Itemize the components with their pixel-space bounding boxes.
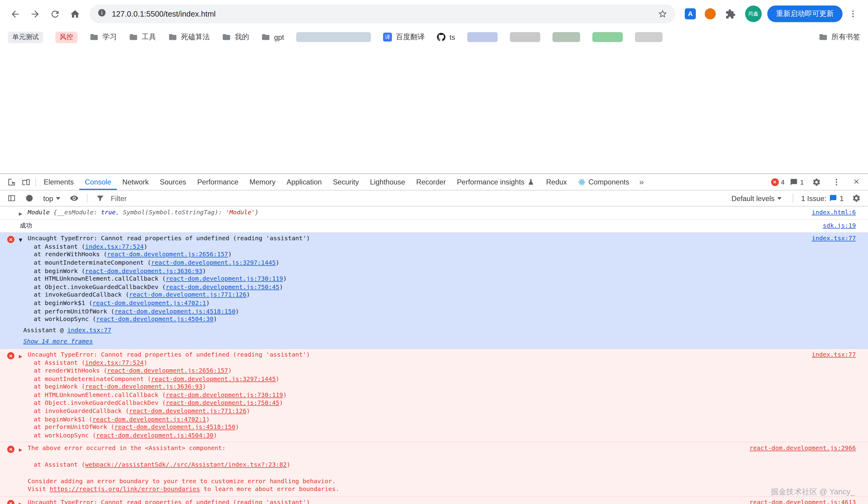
console-sidebar-icon[interactable] [4,191,19,206]
extension-icon-orange[interactable] [701,4,720,23]
stack-frame-link[interactable]: react-dom.development.js:4504:30 [96,432,214,439]
source-location-link[interactable]: index.tsx:77 [812,351,856,359]
expand-arrow-icon[interactable]: ▶ [19,500,22,504]
update-chrome-button[interactable]: 重新启动即可更新 [767,6,843,22]
stack-frame-link[interactable]: webpack://assistantSdk/./src/Assistant/i… [85,461,287,469]
stack-frame-link[interactable]: react-dom.development.js:4504:30 [96,316,214,323]
expand-arrow-icon[interactable]: ▶ [19,353,22,361]
stack-frame-link[interactable]: index.tsx:77 [67,327,111,334]
live-expression-eye-icon[interactable] [67,191,81,206]
stack-frame-link[interactable]: react-dom.development.js:730:119 [166,275,283,282]
source-location-link[interactable]: index.html:6 [812,209,856,217]
bookmark-folder[interactable]: 死磕算法 [168,32,210,42]
bookmark-star-icon[interactable] [658,9,668,19]
console-message[interactable]: index.tsx:77×▶Uncaught TypeError: Cannot… [0,349,868,442]
settings-gear-icon[interactable] [809,175,824,189]
tab-components[interactable]: Components [572,174,635,190]
translate-extension-icon[interactable]: A [681,4,700,23]
bookmark-item[interactable]: 风控 [55,31,78,43]
devtools-menu-icon[interactable] [829,175,844,189]
issues-counter[interactable]: 1 Issue: 1 [801,194,844,203]
redacted-bookmark[interactable] [552,32,580,42]
redacted-bookmark[interactable] [467,32,498,42]
stack-frame-link[interactable]: react-dom.development.js:4702:1 [93,300,206,307]
close-devtools-icon[interactable]: × [849,175,864,189]
bookmark-item[interactable]: 译百度翻译 [383,32,425,42]
bookmark-folder[interactable]: 学习 [90,32,117,42]
stack-frame-link[interactable]: react-dom.development.js:4518:150 [114,424,235,431]
stack-frame-link[interactable]: react-dom.development.js:750:45 [166,283,279,291]
site-info-icon[interactable] [97,8,106,20]
inspect-element-icon[interactable] [4,175,19,189]
bookmark-item[interactable]: ts [437,32,455,41]
stack-frame-link[interactable]: react-dom.development.js:4702:1 [93,416,206,423]
console-message[interactable]: index.tsx:77×▼Uncaught TypeError: Cannot… [0,233,868,349]
tab-network[interactable]: Network [117,174,154,190]
extensions-puzzle-icon[interactable] [721,4,739,23]
stack-frame-link[interactable]: index.tsx:77:524 [85,359,144,366]
tab-performance-insights[interactable]: Performance insights [452,174,541,190]
tab-redux[interactable]: Redux [541,174,572,190]
stack-frame-link[interactable]: react-dom.development.js:2656:157 [107,251,228,258]
tab-security[interactable]: Security [327,174,364,190]
stack-frame-link[interactable]: react-dom.development.js:730:119 [166,391,283,399]
back-button[interactable] [6,4,24,23]
url-text[interactable]: 127.0.0.1:5500/test/index.html [112,9,216,18]
all-bookmarks-button[interactable]: 所有书签 [809,32,860,42]
bookmark-folder[interactable]: 我的 [222,32,249,42]
source-location-link[interactable]: react-dom.development.js:2966 [750,445,856,453]
tab-elements[interactable]: Elements [38,174,79,190]
home-button[interactable] [65,4,84,23]
console-message[interactable]: react-dom.development.js:2966×▶The above… [0,442,868,496]
more-tabs-icon[interactable]: » [635,177,648,187]
source-location-link[interactable]: react-dom.development.js:4613 [750,499,856,504]
log-levels-selector[interactable]: Default levels [728,193,785,204]
browser-menu-icon[interactable] [844,4,862,23]
console-settings-gear-icon[interactable] [849,191,864,206]
console-message[interactable]: sdk.js:19成功 [0,219,868,233]
console-message[interactable]: index.html:6▶Module {__esModule: true, S… [0,206,868,219]
stack-frame-link[interactable]: index.tsx:77:524 [85,243,144,250]
tab-recorder[interactable]: Recorder [411,174,452,190]
console-filter-input[interactable] [111,194,255,203]
stack-frame-link[interactable]: react-dom.development.js:3636:93 [85,383,202,391]
tab-lighthouse[interactable]: Lighthouse [364,174,411,190]
stack-frame-link[interactable]: react-dom.development.js:771:126 [129,291,246,299]
address-bar[interactable]: 127.0.0.1:5500/test/index.html [90,4,675,23]
bookmark-folder[interactable]: gpt [261,32,284,41]
source-location-link[interactable]: sdk.js:19 [823,222,856,230]
show-more-frames-link[interactable]: Show 14 more frames [23,338,93,346]
clear-console-icon[interactable] [22,191,37,206]
tab-memory[interactable]: Memory [244,174,281,190]
forward-button[interactable] [25,4,44,23]
redacted-bookmark[interactable] [592,32,623,42]
tab-application[interactable]: Application [281,174,327,190]
stack-frame-link[interactable]: react-dom.development.js:3297:1445 [151,259,276,267]
redacted-bookmark[interactable] [635,32,663,42]
stack-frame-link[interactable]: react-dom.development.js:750:45 [166,399,279,407]
redacted-bookmark[interactable] [296,32,371,42]
bookmark-item[interactable]: 单元测试 [8,31,43,43]
stack-frame-link[interactable]: react-dom.development.js:4518:150 [114,307,235,315]
tab-performance[interactable]: Performance [192,174,244,190]
context-selector[interactable]: top [40,193,64,204]
stack-frame-link[interactable]: react-dom.development.js:3636:93 [85,267,202,274]
reload-button[interactable] [45,4,64,23]
stack-frame-link[interactable]: react-dom.development.js:771:126 [129,408,246,415]
error-count-badge[interactable]: × 4 [771,178,785,186]
stack-frame-link[interactable]: react-dom.development.js:3297:1445 [151,375,276,382]
expand-arrow-icon[interactable]: ▼ [19,237,22,245]
message-count-badge[interactable]: 1 [790,178,804,186]
tab-console[interactable]: Console [79,174,117,190]
tab-sources[interactable]: Sources [154,174,192,190]
expand-arrow-icon[interactable]: ▶ [19,210,22,218]
stack-frame-link[interactable]: react-dom.development.js:2656:157 [107,367,228,374]
device-toolbar-icon[interactable] [19,175,33,189]
console-message[interactable]: react-dom.development.js:4613×▶Uncaught … [0,496,868,504]
expand-arrow-icon[interactable]: ▶ [19,446,22,455]
source-location-link[interactable]: index.tsx:77 [812,235,856,243]
bookmark-folder[interactable]: 工具 [129,32,156,42]
redacted-bookmark[interactable] [510,32,540,42]
stack-frame-link[interactable]: https://reactjs.org/link/error-boundarie… [50,486,200,493]
profile-avatar[interactable]: 尚鑫 [745,6,762,22]
